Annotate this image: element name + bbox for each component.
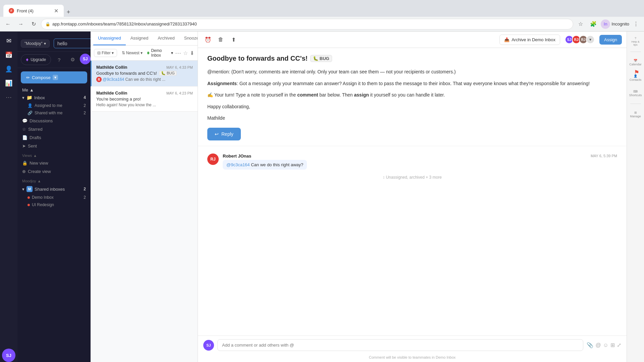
sidebar-item-demo-inbox[interactable]: Demo Inbox 2 [17, 194, 91, 201]
msg-subject-text-2: You're becoming a pro! [96, 97, 141, 102]
message-item-2[interactable]: Mathilde Collin MAY 6, 4:23 PM You're be… [91, 86, 198, 112]
reply-button[interactable]: ↩ Reply [207, 128, 241, 140]
shared-inboxes-expand-icon: ▾ [22, 187, 24, 192]
sidebar-item-sent[interactable]: ➤ Sent [17, 142, 91, 150]
help-button[interactable]: ? [53, 54, 65, 66]
assignees-expand-button[interactable]: ▾ [586, 35, 595, 44]
email-body-area: Goodbye to forwards and CC's! 🐛 BUG @men… [198, 48, 627, 336]
attachment-icon[interactable]: 📎 [587, 342, 593, 348]
bookmark-button[interactable]: ☆ [575, 19, 586, 29]
moodjoy-arrow-icon: ▲ [38, 179, 41, 183]
tab-snoozed[interactable]: Snoozed [179, 32, 198, 45]
emoji-icon[interactable]: ☺ [603, 342, 608, 348]
analytics-nav-icon[interactable]: 📊 [2, 76, 15, 90]
back-button[interactable]: ← [3, 19, 13, 29]
me-section-header[interactable]: Me ▲ [17, 86, 91, 93]
search-input[interactable] [57, 41, 91, 46]
alarm-button[interactable]: ⏰ [203, 34, 213, 45]
discussions-icon: 💬 [22, 118, 28, 123]
tab-unassigned[interactable]: Unassigned [93, 32, 126, 45]
moodjoy-section-header[interactable]: Moodjoy ▲ [17, 176, 91, 184]
filter-icon: ⊟ [97, 51, 101, 55]
user-avatar-sidebar[interactable]: SJ [2, 349, 15, 362]
new-tab-button[interactable]: + [64, 7, 73, 17]
message-item-1[interactable]: Mathilde Collin MAY 6, 4:33 PM Goodbye t… [91, 61, 198, 86]
r-badge: R [96, 77, 102, 82]
expand-icon[interactable]: ⤢ [617, 342, 621, 348]
assignments-bold: Assignments [207, 81, 237, 86]
settings-button[interactable]: ⚙ [66, 54, 78, 66]
sidebar-item-ui-redesign[interactable]: UI Redesign [17, 201, 91, 208]
inbox-filter-pill[interactable]: Demo Inbox ▾ [147, 48, 173, 58]
comment-bold: comment [297, 92, 318, 98]
sidebar-item-discussions[interactable]: 💬 Discussions [17, 117, 91, 125]
tab-archived[interactable]: Archived [153, 32, 179, 45]
browser-nav: ← → ↻ 🔒 app.frontapp.com/inboxes/teams/7… [0, 17, 644, 32]
contacts-nav-icon[interactable]: 👤 [2, 62, 15, 76]
help-tips-button[interactable]: ? Help & tips [629, 35, 642, 48]
msg-date-1: MAY 6, 4:33 PM [166, 65, 193, 69]
upgrade-button[interactable]: ♦ Upgrade [21, 54, 51, 65]
sidebar-item-create-view[interactable]: ⊕ Create view [17, 167, 91, 176]
star-icon[interactable]: ☆ [183, 50, 188, 56]
sidebar-item-starred[interactable]: ☆ Starred [17, 125, 91, 133]
user-menu-button[interactable]: SJ [80, 54, 91, 64]
inbox-nav-icon[interactable]: ✉ [2, 34, 15, 48]
calendar-panel-button[interactable]: 📅 Calendar [629, 56, 642, 69]
search-bar: "Moodjoy" ▾ ✕ ⊟ [17, 36, 91, 52]
reload-button[interactable]: ↻ [28, 19, 39, 29]
comment-author-1: Robert JOnas [223, 154, 251, 159]
demo-inbox-label: Demo Inbox [32, 195, 54, 200]
address-bar[interactable]: 🔒 app.frontapp.com/inboxes/teams/7858132… [41, 19, 573, 29]
sidebar-item-new-view[interactable]: 🔒 New view [17, 159, 91, 167]
comment-bubble-1: @9c3ca164 Can we do this right away? [223, 160, 307, 170]
left-icon-column: ✉ 📅 👤 📊 ⋯ SJ [0, 32, 17, 362]
browser-tab[interactable]: F Front (4) ✕ [3, 5, 64, 17]
tab-close-btn[interactable]: ✕ [54, 8, 58, 14]
tab-title: Front (4) [17, 8, 34, 13]
extensions-button[interactable]: 🧩 [588, 19, 599, 29]
sidebar-item-assigned-to-me[interactable]: 👤 Assigned to me 2 [17, 102, 91, 109]
comment-mention-1: @9c3ca164 [226, 162, 250, 167]
sidebar-item-shared-inboxes[interactable]: ▾ M Shared inboxes 2 [17, 184, 91, 194]
email-para-1: @mention: (Don't worry, comments are int… [207, 68, 617, 76]
archive-button[interactable]: 📥 Archive in Demo Inbox [499, 35, 560, 45]
comment-input-field[interactable] [217, 339, 583, 351]
compose-button[interactable]: ✏ Compose ▾ [21, 71, 87, 83]
delete-button[interactable]: 🗑 [215, 34, 226, 45]
email-subject-text: Goodbye to forwards and CC's! [207, 55, 308, 62]
sidebar-item-inbox[interactable]: ▾ 📁 Inbox 4 [17, 93, 91, 102]
assign-label: Assign [604, 37, 617, 42]
views-section-header[interactable]: Views ▲ [17, 150, 91, 159]
menu-button[interactable]: ⋮ [631, 19, 641, 29]
reply-icon: ↩ [215, 131, 219, 137]
comment-status: ↕ Unassigned, archived + 3 more [207, 173, 617, 182]
profile-button[interactable]: In [601, 19, 610, 29]
demo-inbox-badge: 2 [84, 195, 86, 200]
gif-icon[interactable]: ⊞ [610, 342, 615, 348]
more-nav-icon[interactable]: ⋯ [2, 90, 15, 104]
inbox-filter-bar: ⊟ Filter ▾ ⇅ Newest ▾ Demo Inbox ▾ ⋯ [91, 46, 198, 61]
move-button[interactable]: ⬆ [228, 34, 239, 45]
tab-assigned[interactable]: Assigned [126, 32, 153, 45]
shortcuts-panel-button[interactable]: ⌨ Shortcuts [629, 87, 642, 100]
archive-icon: 📥 [504, 37, 509, 42]
contacts-panel-label: Contacts [630, 78, 642, 81]
more-options-icon[interactable]: ⋯ [175, 49, 181, 57]
reply-button-wrap: ↩ Reply [207, 128, 617, 140]
download-icon[interactable]: ⬇ [190, 50, 194, 56]
sidebar-item-drafts[interactable]: 📄 Drafts [17, 133, 91, 142]
filter-button[interactable]: ⊟ Filter ▾ [94, 49, 117, 57]
assign-button[interactable]: Assign [599, 35, 622, 45]
calendar-nav-icon[interactable]: 📅 [2, 48, 15, 62]
incognito-label: Incognito [611, 21, 629, 26]
forward-button[interactable]: → [15, 19, 26, 29]
sort-button[interactable]: ⇅ Newest ▾ [119, 49, 145, 57]
compose-dropdown-icon[interactable]: ▾ [53, 75, 58, 80]
search-scope[interactable]: "Moodjoy" ▾ [21, 40, 50, 48]
at-mention-icon[interactable]: @ [595, 342, 601, 348]
preview-text-1: Can we do this right ... [125, 77, 165, 82]
shared-inboxes-badge: 2 [84, 187, 86, 191]
sidebar-item-shared-with-me[interactable]: 🔗 Shared with me 2 [17, 109, 91, 117]
manage-panel-button[interactable]: ⊞ Manage [629, 108, 642, 121]
